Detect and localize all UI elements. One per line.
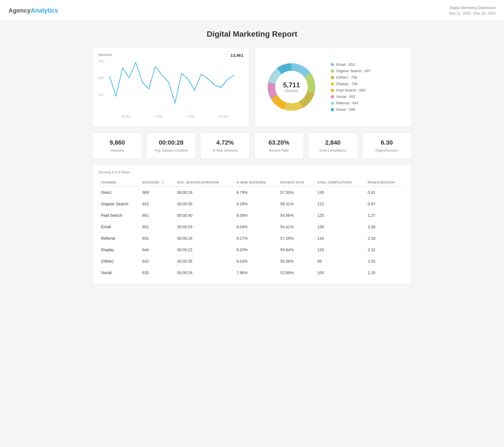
stat-value: 00:00:28 [151,139,192,146]
legend-label: Email - 853 [336,62,355,67]
legend-item: Email - 853 [331,62,371,67]
cell-avg-session: 00:00:35 [174,256,234,267]
legend-dot [331,76,334,79]
cell-goals: 122 [314,198,365,210]
cell-sessions: 643 [139,256,174,267]
legend-dot [331,108,334,111]
cell-goals: 99 [314,256,365,267]
cell-pages: 0.91 [365,187,406,198]
table-row: Email 852 00:00:29 9.04% 54.41% 136 3.36 [98,221,406,233]
y-axis-labels: 750 500 250 [98,60,103,110]
cell-avg-session: 00:00:35 [174,198,234,210]
cell-sessions: 852 [139,221,174,233]
cell-avg-session: 00:00:26 [174,267,234,279]
stat-label: Bounce Rate [259,149,300,152]
sessions-total: 13,461 [230,53,243,58]
cell-goals: 100 [314,267,365,279]
table-row: Social 635 00:00:26 7.96% 52.89% 100 1.2… [98,267,406,279]
stat-card: 4.72%% New Sessions [200,133,250,159]
legend-item: Paid Search - 663 [331,88,371,92]
cell-bounce: 59.84% [277,244,314,256]
cell-avg-session: 00:00:16 [174,233,234,244]
table-row: Display 644 00:00:22 8.20% 59.84% 129 2.… [98,244,406,256]
stat-card: 2,840Goal Completions [308,133,358,159]
stat-value: 9,860 [97,139,138,146]
cell-pages: 1.25 [365,267,406,279]
stat-label: Pages/Session [367,149,407,152]
chart-inner [109,60,241,110]
cell-pct-new: 7.96% [234,267,278,279]
cell-pct-new: 9.29% [234,198,278,210]
date-range: Nov 11, 2020 - Dec 10, 2020 [449,11,496,16]
cell-pct-new: 9.04% [234,221,278,233]
table-row: Organic Search 915 00:00:35 9.29% 58.31%… [98,198,406,210]
table-body: Direct 969 00:00:16 8.79% 57.30% 145 0.9… [98,187,406,278]
legend-item: Display - 734 [331,82,371,86]
cell-bounce: 58.31% [277,198,314,210]
top-charts: Sessions 13,461 750 500 250 [92,47,412,127]
cell-channel: Social [98,267,139,279]
stat-value: 4.72% [205,139,246,146]
header-meta: Digital Marketing Dashboard Nov 11, 2020… [449,5,496,16]
legend-item: Social - 652 [331,95,371,99]
cell-pct-new: 9.10% [234,256,278,267]
cell-avg-session: 00:00:40 [174,210,234,221]
cell-channel: Referral [98,233,139,244]
cell-bounce: 57.30% [277,187,314,198]
legend-dot [331,95,334,98]
donut-segment [284,101,303,111]
table-info: Showing 8 of 8 Rows [98,170,406,174]
stat-value: 63.20% [259,139,300,146]
x-axis-labels: 25 Nov 2 Dec 9 Dec 16 Dec [109,111,241,121]
stat-label: Sessions [97,149,138,152]
legend-label: Display - 734 [336,82,358,86]
main-content: Digital Marketing Report Sessions 13,461… [87,21,417,293]
cell-goals: 129 [314,244,365,256]
legend-item: (Other) - 756 [331,75,371,79]
sessions-label: Sessions [98,53,243,57]
sessions-card: Sessions 13,461 750 500 250 [92,47,249,127]
cell-sessions: 969 [139,187,174,198]
header: AgencyAnalytics Digital Marketing Dashbo… [0,0,504,21]
legend-dot [331,63,334,66]
cell-bounce: 54.41% [277,221,314,233]
cell-pct-new: 8.20% [234,244,278,256]
col-sessions[interactable]: SESSIONS ▼ [139,178,174,187]
col-channel: CHANNEL [98,178,139,187]
col-avg-session: AVG. SESSION DURATION [174,178,234,187]
table-row: Direct 969 00:00:16 8.79% 57.30% 145 0.9… [98,187,406,198]
chart-area: 750 500 250 25 [98,60,243,121]
cell-pct-new: 8.09% [234,210,278,221]
legend-label: Direct - 599 [336,107,355,112]
cell-goals: 125 [314,210,365,221]
donut-card: 5,711 Sessions Email - 853Organic Search… [255,47,412,127]
data-table: CHANNEL SESSIONS ▼ AVG. SESSION DURATION… [98,178,406,278]
table-header: CHANNEL SESSIONS ▼ AVG. SESSION DURATION… [98,178,406,187]
col-pct-new: % NEW SESSIONS [234,178,278,187]
stat-card: 6.30Pages/Session [362,133,412,159]
cell-channel: Organic Search [98,198,139,210]
cell-pct-new: 8.79% [234,187,278,198]
cell-pages: 2.32 [365,244,406,256]
stat-label: Avg. Session Duration [151,149,192,152]
donut-wrapper: 5,711 Sessions [261,56,322,118]
cell-goals: 145 [314,187,365,198]
cell-sessions: 915 [139,198,174,210]
logo-agency: Agency [8,7,31,14]
cell-channel: Email [98,221,139,233]
cell-bounce: 54.66% [277,210,314,221]
stat-label: Goal Completions [312,149,353,152]
legend-label: Social - 652 [336,95,356,99]
table-row: (Other) 643 00:00:35 9.10% 55.56% 99 2.5… [98,256,406,267]
cell-pages: 2.55 [365,256,406,267]
cell-sessions: 644 [139,244,174,256]
cell-sessions: 831 [139,233,174,244]
cell-pages: 1.27 [365,210,406,221]
logo-analytics: Analytics [31,7,58,14]
stat-card: 9,860Sessions [92,133,142,159]
col-goals: GOAL COMPLETIONS [314,178,365,187]
table-card: Showing 8 of 8 Rows CHANNEL SESSIONS ▼ A… [92,164,412,284]
cell-pages: 3.36 [365,221,406,233]
cell-sessions: 635 [139,267,174,279]
gridlines [109,60,241,110]
